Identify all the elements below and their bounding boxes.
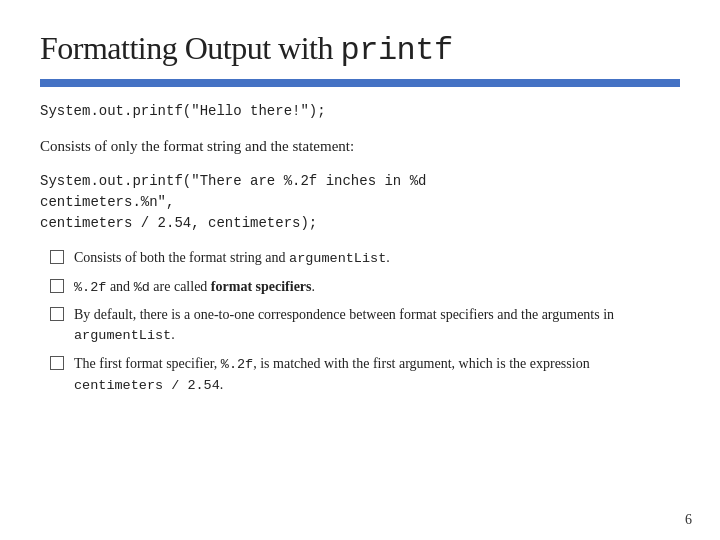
blue-divider-bar bbox=[40, 79, 680, 87]
page-number: 6 bbox=[685, 512, 692, 528]
code-line-3: centimeters / 2.54, centimeters); bbox=[40, 213, 680, 234]
prose-1: Consists of only the format string and t… bbox=[40, 136, 680, 157]
list-item: By default, there is a one-to-one corres… bbox=[50, 305, 680, 346]
bullet-checkbox-4 bbox=[50, 356, 64, 370]
list-item: Consists of both the format string and a… bbox=[50, 248, 680, 269]
code-line-2: centimeters.%n", bbox=[40, 192, 680, 213]
bullet-checkbox-1 bbox=[50, 250, 64, 264]
slide-title: Formatting Output with printf bbox=[40, 30, 680, 69]
code-block-2: System.out.printf("There are %.2f inches… bbox=[40, 171, 680, 234]
bullet-text-2: %.2f and %d are called format specifiers… bbox=[74, 277, 680, 298]
list-item: %.2f and %d are called format specifiers… bbox=[50, 277, 680, 298]
list-item: The first format specifier, %.2f, is mat… bbox=[50, 354, 680, 395]
code-line-1: System.out.printf("There are %.2f inches… bbox=[40, 171, 680, 192]
bullet-list: Consists of both the format string and a… bbox=[40, 248, 680, 395]
bullet-checkbox-2 bbox=[50, 279, 64, 293]
code-block-1: System.out.printf("Hello there!"); bbox=[40, 101, 680, 122]
bullet-text-4: The first format specifier, %.2f, is mat… bbox=[74, 354, 680, 395]
bullet-checkbox-3 bbox=[50, 307, 64, 321]
bullet-text-3: By default, there is a one-to-one corres… bbox=[74, 305, 680, 346]
slide: Formatting Output with printf System.out… bbox=[0, 0, 720, 540]
title-prefix: Formatting Output with bbox=[40, 30, 341, 66]
bullet-text-1: Consists of both the format string and a… bbox=[74, 248, 680, 269]
title-code: printf bbox=[341, 32, 453, 69]
